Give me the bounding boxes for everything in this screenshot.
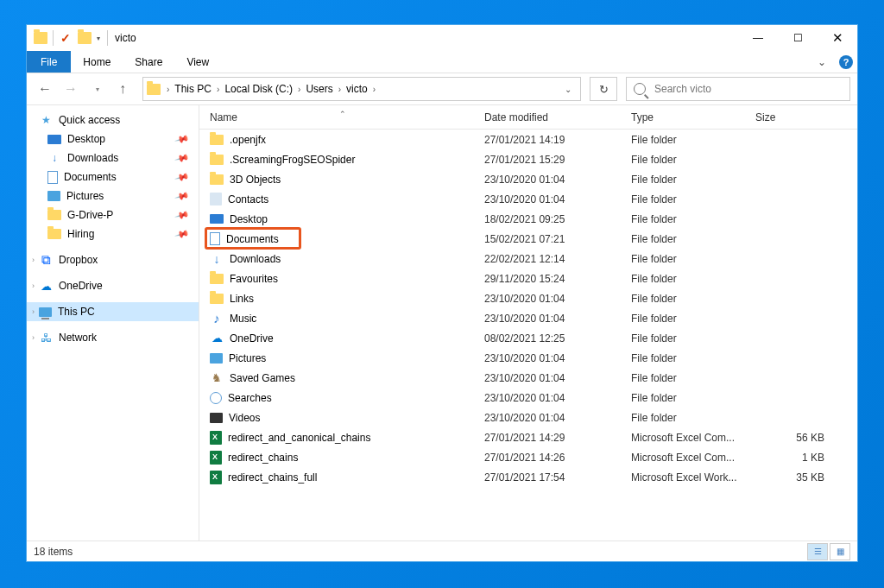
sidebar-network[interactable]: › 🖧 Network	[27, 328, 199, 347]
column-name[interactable]: Name ⌃	[210, 111, 484, 123]
file-row[interactable]: .ScreamingFrogSEOSpider 27/01/2021 15:29…	[199, 149, 857, 169]
address-bar[interactable]: › This PC › Local Disk (C:) › Users › vi…	[142, 77, 581, 101]
column-size[interactable]: Size	[755, 111, 842, 123]
sidebar-dropbox[interactable]: › ⧉ Dropbox	[27, 250, 199, 269]
breadcrumb-localdisk[interactable]: Local Disk (C:)	[224, 83, 294, 95]
docs-icon	[210, 232, 220, 245]
body: ★ Quick access Desktop📌↓Downloads📌Docume…	[27, 104, 857, 541]
breadcrumb-victo[interactable]: victo	[345, 83, 369, 95]
collapse-ribbon-icon[interactable]: ⌄	[809, 51, 835, 73]
file-row[interactable]: ↓Downloads 22/02/2021 12:14 File folder	[199, 249, 857, 269]
file-row[interactable]: ♞Saved Games 23/10/2020 01:04 File folde…	[199, 368, 857, 388]
file-row[interactable]: ☁OneDrive 08/02/2021 12:25 File folder	[199, 328, 857, 348]
chevron-right-icon[interactable]: ›	[212, 85, 224, 94]
file-name: OneDrive	[230, 332, 274, 345]
file-date: 23/10/2020 01:04	[484, 313, 631, 325]
chevron-right-icon[interactable]: ›	[294, 85, 305, 94]
qat-dropdown[interactable]: ▾	[97, 35, 100, 42]
column-date[interactable]: Date modified	[484, 111, 631, 123]
view-tab[interactable]: View	[174, 51, 221, 73]
chevron-right-icon[interactable]: ›	[32, 281, 35, 290]
file-name: redirect_and_canonical_chains	[228, 432, 370, 444]
address-history-dropdown[interactable]: ⌄	[558, 85, 578, 94]
file-date: 22/02/2021 12:14	[484, 253, 631, 265]
refresh-button[interactable]: ↻	[590, 77, 617, 101]
file-row[interactable]: Pictures 23/10/2020 01:04 File folder	[199, 348, 857, 368]
help-button[interactable]: ?	[835, 51, 857, 73]
recent-locations-button[interactable]: ▾	[85, 77, 108, 101]
file-name: redirect_chains_full	[228, 471, 317, 484]
folder-i-icon	[47, 229, 61, 239]
desktop-icon	[210, 214, 224, 224]
file-date: 18/02/2021 09:25	[484, 213, 631, 225]
properties-icon[interactable]: ✓	[59, 31, 73, 45]
file-type: File folder	[631, 273, 755, 285]
chevron-right-icon[interactable]: ›	[32, 256, 35, 264]
file-row[interactable]: Videos 23/10/2020 01:04 File folder	[199, 408, 857, 427]
sidebar-item[interactable]: G-Drive-P📌	[27, 205, 199, 224]
sidebar-item[interactable]: Desktop📌	[27, 130, 199, 149]
sidebar-item[interactable]: Pictures📌	[27, 187, 199, 205]
maximize-button[interactable]: ☐	[778, 25, 818, 51]
file-row[interactable]: Desktop 18/02/2021 09:25 File folder	[199, 209, 857, 229]
chevron-right-icon[interactable]: ›	[334, 85, 345, 94]
sidebar-item[interactable]: Documents📌	[27, 168, 199, 187]
forward-button[interactable]: →	[60, 77, 82, 101]
file-row[interactable]: Documents 15/02/2021 07:21 File folder	[199, 229, 857, 249]
file-type: File folder	[631, 313, 755, 325]
saved-icon: ♞	[210, 371, 224, 385]
chevron-right-icon[interactable]: ›	[162, 85, 174, 94]
chevron-right-icon[interactable]: ›	[32, 307, 35, 316]
file-row[interactable]: Links 23/10/2020 01:04 File folder	[199, 288, 857, 308]
sidebar-quick-access[interactable]: ★ Quick access	[27, 111, 199, 130]
sidebar-item[interactable]: Hiring📌	[27, 224, 199, 243]
explorer-window: ✓ ▾ victo ― ☐ ✕ File Home Share View ⌄ ?…	[26, 24, 858, 562]
status-bar: 18 items ☰ ▦	[27, 541, 857, 561]
back-button[interactable]: ←	[34, 77, 56, 101]
file-date: 27/01/2021 15:29	[484, 154, 631, 166]
breadcrumb-users[interactable]: Users	[305, 83, 333, 95]
chevron-right-icon[interactable]: ›	[369, 85, 380, 94]
file-name: 3D Objects	[230, 174, 281, 186]
details-view-button[interactable]: ☰	[807, 543, 828, 560]
file-tab[interactable]: File	[27, 51, 71, 73]
file-row[interactable]: ♪Music 23/10/2020 01:04 File folder	[199, 308, 857, 328]
file-row[interactable]: .openjfx 27/01/2021 14:19 File folder	[199, 130, 857, 149]
file-row[interactable]: Favourites 29/11/2020 15:24 File folder	[199, 269, 857, 288]
home-tab[interactable]: Home	[71, 51, 123, 73]
chevron-right-icon[interactable]: ›	[32, 333, 35, 342]
file-row[interactable]: Contacts 23/10/2020 01:04 File folder	[199, 189, 857, 209]
up-button[interactable]: ↑	[111, 77, 134, 101]
minimize-button[interactable]: ―	[738, 25, 778, 51]
desktop-i-icon	[47, 135, 61, 144]
file-row[interactable]: 3D Objects 23/10/2020 01:04 File folder	[199, 169, 857, 189]
sidebar-item[interactable]: ↓Downloads📌	[27, 149, 199, 168]
file-row[interactable]: redirect_chains_full 27/01/2021 17:54 Mi…	[199, 467, 857, 487]
file-type: File folder	[631, 392, 755, 404]
file-name: Music	[230, 313, 256, 325]
folder-icon	[210, 155, 224, 165]
sidebar-this-pc[interactable]: › This PC	[27, 302, 199, 321]
search-icon	[634, 83, 646, 95]
search-box[interactable]: Search victo	[626, 77, 850, 101]
file-row[interactable]: Searches 23/10/2020 01:04 File folder	[199, 388, 857, 408]
share-tab[interactable]: Share	[123, 51, 174, 73]
quick-access-toolbar: ✓ ▾	[34, 30, 110, 46]
folder-i-icon	[47, 210, 61, 220]
file-date: 23/10/2020 01:04	[484, 392, 631, 404]
new-folder-icon[interactable]	[78, 32, 92, 44]
file-row[interactable]: redirect_chains 27/01/2021 14:26 Microso…	[199, 447, 857, 467]
folder-icon	[147, 84, 161, 95]
file-row[interactable]: redirect_and_canonical_chains 27/01/2021…	[199, 427, 857, 447]
sidebar-onedrive[interactable]: › ☁ OneDrive	[27, 276, 199, 295]
file-size: 1 KB	[755, 452, 842, 464]
file-name: redirect_chains	[228, 452, 298, 464]
close-button[interactable]: ✕	[818, 25, 857, 51]
breadcrumb-thispc[interactable]: This PC	[174, 83, 212, 95]
sidebar-item-label: Desktop	[67, 133, 105, 145]
icons-view-button[interactable]: ▦	[830, 543, 850, 560]
column-type[interactable]: Type	[631, 111, 755, 123]
file-list[interactable]: .openjfx 27/01/2021 14:19 File folder .S…	[199, 130, 857, 541]
search-placeholder: Search victo	[654, 83, 711, 95]
file-date: 23/10/2020 01:04	[484, 193, 631, 205]
